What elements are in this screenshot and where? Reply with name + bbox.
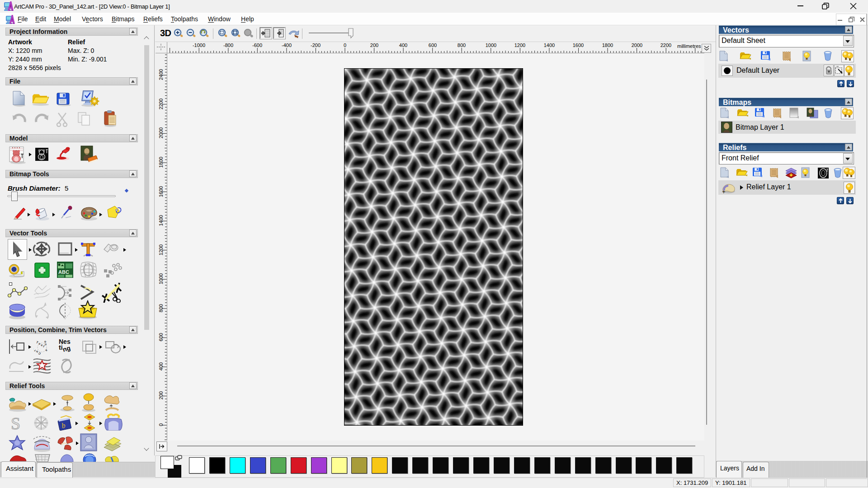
- svg-text:ABC: ABC: [58, 269, 69, 275]
- svg-text:S: S: [11, 415, 20, 432]
- svg-text:+: +: [722, 188, 726, 194]
- svg-text:ng: ng: [62, 344, 71, 353]
